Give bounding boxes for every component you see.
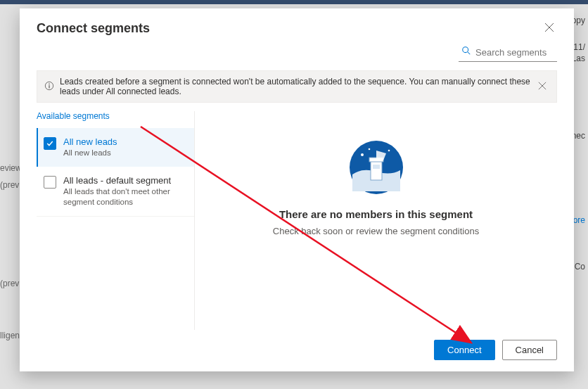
info-message: Leads created before a segment is connec… [60, 77, 535, 96]
bg-nav-fragment: (previ [0, 180, 21, 190]
cancel-button[interactable]: Cancel [502, 340, 557, 360]
segment-title: All new leads [63, 136, 117, 147]
segment-checkbox[interactable] [44, 137, 56, 150]
bg-right-fragment: ore [573, 215, 585, 225]
info-bar: Leads created before a segment is connec… [37, 70, 557, 103]
segment-detail-pane: There are no members in this segment Che… [195, 111, 557, 330]
segment-subtitle: All leads that don't meet other segment … [63, 186, 187, 208]
connect-segments-dialog: Connect segments Leads created before a … [20, 8, 574, 371]
svg-point-0 [463, 47, 468, 53]
segment-item-all-new-leads[interactable]: All new leads All new leads [37, 128, 194, 167]
available-segments-heading[interactable]: Available segments [37, 111, 194, 121]
bg-nav-fragment: (previ [0, 279, 21, 288]
empty-state-title: There are no members in this segment [279, 208, 473, 220]
svg-line-1 [468, 52, 471, 55]
bg-right-fragment: Co [575, 262, 585, 272]
empty-state-subtitle: Check back soon or review the segment co… [273, 226, 479, 236]
segment-title: All leads - default segment [63, 175, 187, 186]
segment-item-default[interactable]: All leads - default segment All leads th… [37, 167, 194, 217]
dialog-title: Connect segments [37, 21, 150, 36]
search-icon [461, 46, 471, 58]
search-segments-box[interactable] [459, 44, 557, 62]
svg-point-3 [49, 83, 50, 84]
svg-rect-11 [373, 165, 380, 169]
search-input[interactable] [475, 47, 554, 58]
bg-right-fragment: 11/ [573, 42, 585, 52]
dialog-footer: Connect Cancel [20, 330, 574, 371]
dialog-body: Available segments All new leads All new… [20, 111, 574, 330]
svg-point-6 [361, 153, 364, 156]
info-dismiss-icon[interactable] [535, 80, 549, 94]
empty-state-illustration [348, 139, 404, 196]
svg-point-8 [368, 148, 370, 151]
segment-checkbox[interactable] [44, 176, 56, 189]
search-row [20, 44, 574, 70]
app-titlebar [0, 0, 588, 4]
info-icon [44, 81, 54, 93]
close-icon[interactable] [542, 20, 557, 37]
connect-button[interactable]: Connect [434, 340, 494, 360]
svg-point-7 [388, 150, 390, 152]
segment-subtitle: All new leads [63, 148, 117, 158]
segment-text: All leads - default segment All leads th… [63, 175, 187, 208]
dialog-header: Connect segments [20, 8, 574, 44]
segments-list-pane: Available segments All new leads All new… [37, 111, 195, 330]
svg-rect-4 [49, 85, 49, 88]
segment-text: All new leads All new leads [63, 136, 117, 158]
